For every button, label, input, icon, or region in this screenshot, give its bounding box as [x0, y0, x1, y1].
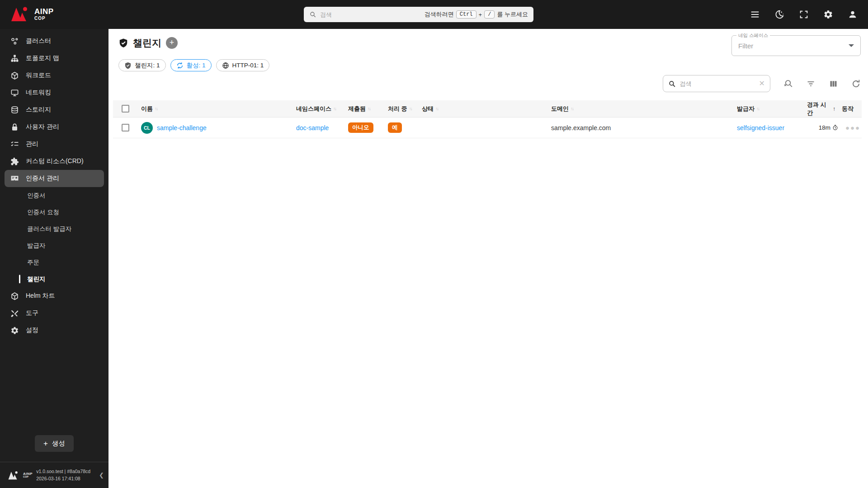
kbd-slash: / [484, 10, 495, 19]
sidebar-subitem-certificate-requests[interactable]: 인증서 요청 [0, 204, 108, 221]
sidebar-item-label: 설정 [26, 326, 38, 334]
globe-icon [222, 62, 229, 69]
sidebar-subitem-challenges[interactable]: 챌린지 [0, 271, 108, 287]
search-shortcut-hint: 검색하려면 Ctrl + / 를 누르세요 [425, 10, 528, 19]
chip-http01-count[interactable]: HTTP-01: 1 [216, 59, 270, 71]
name-cell: CL sample-challenge [136, 122, 296, 134]
column-header-domain[interactable]: 도메인 ↑↓ [549, 105, 737, 113]
sidebar-item-admin[interactable]: 관리 [0, 136, 108, 153]
hint-prefix: 검색하려면 [425, 10, 454, 19]
cluster-icon [10, 37, 19, 46]
create-button[interactable]: + 생성 [35, 435, 74, 452]
puzzle-icon [10, 157, 19, 166]
table-search[interactable]: ✕ [663, 75, 770, 92]
storage-icon [10, 106, 19, 114]
column-header-elapsed[interactable]: 경과 시간 ↑ [807, 101, 842, 117]
challenge-name-link[interactable]: sample-challenge [157, 124, 207, 131]
filter-list-icon[interactable] [806, 79, 816, 89]
sidebar-item-storage[interactable]: 스토리지 [0, 101, 108, 118]
sort-icon: ↑↓ [368, 106, 370, 111]
column-label: 상태 [422, 105, 434, 113]
chip-challenges-count[interactable]: 챌린지: 1 [118, 59, 166, 71]
sidebar-bottom: + 생성 AINP COP v1.0.soo.test | #8a0a78cd … [0, 435, 108, 488]
dark-mode-icon[interactable] [774, 9, 785, 20]
row-checkbox[interactable] [122, 124, 129, 131]
column-label: 발급자 [737, 105, 755, 113]
issuer-cell: selfsigned-issuer [737, 124, 807, 131]
sidebar-item-user-management[interactable]: 사용자 관리 [0, 118, 108, 136]
sidebar-collapse-icon[interactable]: ❮ [99, 472, 104, 479]
clear-search-icon[interactable]: ✕ [759, 80, 765, 87]
sidebar-subitem-orders[interactable]: 주문 [0, 254, 108, 271]
elapsed-cell: 18m [807, 124, 842, 131]
column-header-issuer[interactable]: 발급자 ↑↓ [737, 105, 807, 113]
namespace-filter-label: 네임 스페이스 [736, 33, 770, 39]
sidebar-item-helm-charts[interactable]: Helm 차트 [0, 287, 108, 305]
sidebar-item-clusters[interactable]: 클러스터 [0, 33, 108, 50]
sidebar-item-settings[interactable]: 설정 [0, 322, 108, 339]
sort-icon: ↑↓ [333, 106, 336, 111]
select-all-checkbox[interactable] [122, 105, 129, 113]
column-label: 이름 [141, 105, 153, 113]
main-content: 챌린지 + 네임 스페이스 Filter 챌린지: 1 활성: 1 HTTP- [108, 29, 868, 488]
sidebar-item-tools[interactable]: 도구 [0, 305, 108, 322]
sort-ascending-icon: ↑ [833, 106, 835, 112]
sidebar-subitem-issuers[interactable]: 발급자 [0, 237, 108, 254]
search-off-icon[interactable] [783, 79, 793, 89]
add-challenge-button[interactable]: + [166, 37, 178, 49]
column-header-namespace[interactable]: 네임스페이스 ↑↓ [296, 105, 348, 113]
sort-icon: ↑↓ [409, 106, 412, 111]
brand-logo[interactable]: AINP COP [10, 5, 54, 23]
column-header-status[interactable]: 상태 ↑↓ [422, 105, 549, 113]
brand-primary: AINP [34, 8, 54, 15]
sidebar-item-label: 클러스터 [26, 37, 51, 45]
networking-icon [10, 89, 19, 97]
chevron-down-icon [849, 44, 854, 47]
sidebar-item-certificate-management[interactable]: 인증서 관리 [5, 170, 104, 187]
user-account-icon[interactable] [847, 9, 858, 20]
clock-icon [832, 125, 838, 131]
column-header-submitted[interactable]: 제출됨 ↑↓ [348, 105, 388, 113]
column-header-name[interactable]: 이름 ↑↓ [136, 105, 296, 113]
workload-icon [10, 71, 19, 80]
sidebar-subitem-cluster-issuers[interactable]: 클러스터 발급자 [0, 221, 108, 237]
sidebar-item-topology-map[interactable]: 토폴로지 맵 [0, 50, 108, 67]
actions-cell: ●●● [842, 124, 862, 131]
namespace-filter-select[interactable]: 네임 스페이스 Filter [731, 35, 861, 56]
tools-icon [10, 309, 19, 318]
ainp-logo-icon [10, 5, 30, 23]
summary-chips: 챌린지: 1 활성: 1 HTTP-01: 1 [118, 59, 269, 71]
checklist-icon [10, 140, 19, 149]
ainp-footer-logo-icon [7, 470, 19, 480]
sidebar-item-networking[interactable]: 네트워킹 [0, 84, 108, 101]
column-label: 경과 시간 [807, 101, 831, 117]
submitted-cell: 아니오 [348, 122, 388, 133]
chip-label: HTTP-01: 1 [232, 62, 264, 69]
namespace-filter-value: Filter [738, 42, 849, 50]
column-header-processing[interactable]: 처리 중 ↑↓ [388, 105, 422, 113]
sync-icon [176, 62, 184, 69]
domain-value: sample.example.com [551, 124, 611, 131]
sidebar-item-crd[interactable]: 커스텀 리소스(CRD) [0, 153, 108, 170]
fullscreen-icon[interactable] [798, 9, 809, 20]
refresh-icon[interactable] [851, 79, 861, 89]
global-search[interactable]: 검색하려면 Ctrl + / 를 누르세요 [304, 7, 533, 22]
global-search-input[interactable] [320, 11, 421, 18]
table-search-input[interactable] [679, 80, 755, 87]
sidebar-subitem-label: 인증서 [27, 192, 46, 200]
issuer-link[interactable]: selfsigned-issuer [737, 124, 784, 131]
namespace-link[interactable]: doc-sample [296, 124, 329, 131]
table-header-row: 이름 ↑↓ 네임스페이스 ↑↓ 제출됨 ↑↓ 처리 중 ↑↓ 상태 ↑↓ 도메인… [113, 100, 862, 117]
sidebar-item-workloads[interactable]: 워크로드 [0, 67, 108, 84]
version-string: v1.0.soo.test | #8a0a78cd [36, 468, 90, 475]
domain-cell: sample.example.com [549, 124, 737, 131]
chip-active-count[interactable]: 활성: 1 [170, 59, 212, 71]
page-title: 챌린지 [133, 37, 161, 49]
view-columns-icon[interactable] [828, 79, 838, 89]
row-actions-menu-icon[interactable]: ●●● [842, 124, 860, 131]
build-datetime: 2026-03-16 17:41:08 [36, 475, 90, 483]
footer-brand-secondary: COP [23, 476, 33, 479]
settings-gear-icon[interactable] [823, 9, 834, 20]
sidebar-subitem-certificates[interactable]: 인증서 [0, 187, 108, 204]
menu-icon[interactable] [750, 9, 760, 20]
